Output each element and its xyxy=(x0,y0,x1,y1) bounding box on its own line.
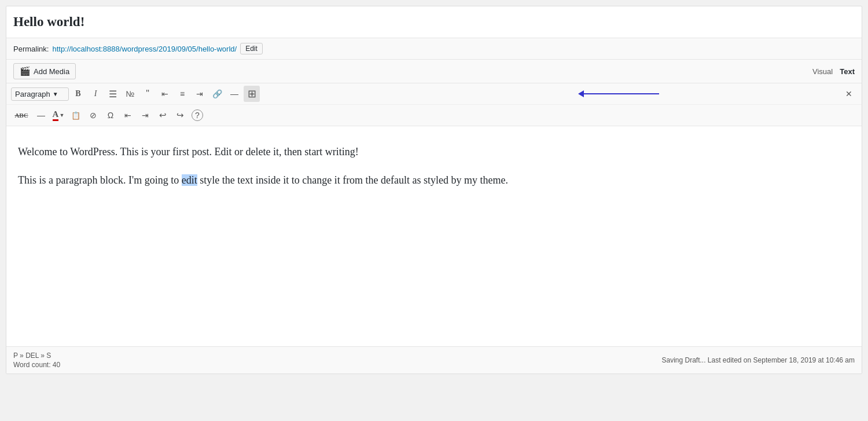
editor-container: Permalink: http://localhost:8888/wordpre… xyxy=(6,6,862,374)
numbered-list-icon: № xyxy=(126,89,134,98)
special-char-icon: Ω xyxy=(108,111,113,120)
paragraph-format-label: Paragraph xyxy=(15,90,50,98)
align-right-button[interactable]: ⇥ xyxy=(192,86,208,102)
content-paragraph-2: This is a paragraph block. I'm going to … xyxy=(18,172,850,189)
redo-button[interactable]: ↪ xyxy=(172,107,188,123)
redo-icon: ↪ xyxy=(176,110,184,120)
paragraph2-highlighted: edit xyxy=(182,174,197,186)
add-media-button[interactable]: 🎬 Add Media xyxy=(13,63,76,79)
word-count-value: 40 xyxy=(53,361,60,369)
tab-visual[interactable]: Visual xyxy=(812,67,833,76)
word-count-label: Word count: xyxy=(13,361,50,369)
footer-status: Saving Draft... Last edited on September… xyxy=(661,356,855,364)
kitchen-sink-button[interactable]: ⊞ xyxy=(244,86,260,102)
tab-text[interactable]: Text xyxy=(840,67,855,76)
more-icon: — xyxy=(230,89,238,98)
permalink-edit-button[interactable]: Edit xyxy=(240,43,263,54)
editor-content-area[interactable]: Welcome to WordPress. This is your first… xyxy=(6,126,862,346)
editor-mode-tabs: Visual Text xyxy=(812,67,855,76)
toolbar-row-1: Paragraph ▼ B I ☰ № " ⇤ ≡ xyxy=(6,83,862,105)
clear-format-button[interactable]: ⊘ xyxy=(85,107,101,123)
media-icon: 🎬 xyxy=(20,66,31,76)
undo-icon: ↩ xyxy=(159,110,167,120)
bullet-list-icon: ☰ xyxy=(109,89,117,100)
text-color-icon: A xyxy=(53,109,59,121)
breadcrumb-path: P » DEL » S xyxy=(13,352,60,360)
link-button[interactable]: 🔗 xyxy=(209,86,225,102)
italic-icon: I xyxy=(94,89,97,98)
clear-format-icon: ⊘ xyxy=(90,111,97,120)
italic-button[interactable]: I xyxy=(87,86,104,102)
permalink-bar: Permalink: http://localhost:8888/wordpre… xyxy=(6,38,862,60)
kitchen-sink-icon: ⊞ xyxy=(248,87,256,100)
align-center-icon: ≡ xyxy=(180,89,185,98)
bold-button[interactable]: B xyxy=(70,86,86,102)
post-title-input[interactable] xyxy=(13,12,855,32)
help-icon: ? xyxy=(192,109,203,121)
help-button[interactable]: ? xyxy=(189,107,205,123)
indent-button[interactable]: ⇥ xyxy=(137,107,153,123)
word-count: Word count: 40 xyxy=(13,361,60,369)
fullscreen-button[interactable]: ✕ xyxy=(841,86,857,102)
arrow-line xyxy=(584,93,659,94)
title-section xyxy=(6,6,862,38)
paragraph2-before: This is a paragraph block. I'm going to xyxy=(18,174,182,186)
blockquote-icon: " xyxy=(146,89,149,99)
text-color-dropdown: ▼ xyxy=(59,112,64,118)
align-left-button[interactable]: ⇤ xyxy=(157,86,173,102)
text-color-button[interactable]: A ▼ xyxy=(50,107,67,123)
bullet-list-button[interactable]: ☰ xyxy=(105,86,121,102)
link-icon: 🔗 xyxy=(212,89,222,98)
toolbar-row-2: ABC — A ▼ 📋 ⊘ Ω ⇤ ⇥ xyxy=(6,105,862,126)
footer-left: P » DEL » S Word count: 40 xyxy=(13,352,60,369)
content-paragraph-1: Welcome to WordPress. This is your first… xyxy=(18,144,850,160)
align-right-icon: ⇥ xyxy=(196,89,203,98)
strikethrough-button[interactable]: ABC xyxy=(11,107,32,123)
horizontal-rule-button[interactable]: — xyxy=(33,107,49,123)
align-center-button[interactable]: ≡ xyxy=(174,86,190,102)
strikethrough-icon: ABC xyxy=(14,112,28,119)
paragraph2-after: style the text inside it to change it fr… xyxy=(197,174,508,186)
paste-text-icon: 📋 xyxy=(71,111,80,120)
align-left-icon: ⇤ xyxy=(161,89,168,98)
horizontal-rule-icon: — xyxy=(37,111,45,120)
more-button[interactable]: — xyxy=(226,86,242,102)
permalink-url[interactable]: http://localhost:8888/wordpress/2019/09/… xyxy=(52,45,237,53)
paste-text-button[interactable]: 📋 xyxy=(68,107,84,123)
add-media-bar: 🎬 Add Media Visual Text xyxy=(6,60,862,83)
outdent-icon: ⇤ xyxy=(124,111,131,120)
add-media-label: Add Media xyxy=(34,67,69,76)
special-char-button[interactable]: Ω xyxy=(102,107,119,123)
editor-toolbar: Paragraph ▼ B I ☰ № " ⇤ ≡ xyxy=(6,83,862,126)
outdent-button[interactable]: ⇤ xyxy=(120,107,136,123)
permalink-label: Permalink: xyxy=(13,45,49,53)
fullscreen-icon: ✕ xyxy=(845,89,852,98)
blockquote-button[interactable]: " xyxy=(139,86,156,102)
bold-icon: B xyxy=(75,89,80,98)
arrow-head xyxy=(578,90,584,97)
numbered-list-button[interactable]: № xyxy=(122,86,138,102)
undo-button[interactable]: ↩ xyxy=(155,107,171,123)
editor-footer: P » DEL » S Word count: 40 Saving Draft.… xyxy=(6,346,862,374)
indent-icon: ⇥ xyxy=(142,111,149,120)
paragraph-format-select[interactable]: Paragraph ▼ xyxy=(11,87,69,101)
paragraph-dropdown-arrow: ▼ xyxy=(53,91,58,97)
